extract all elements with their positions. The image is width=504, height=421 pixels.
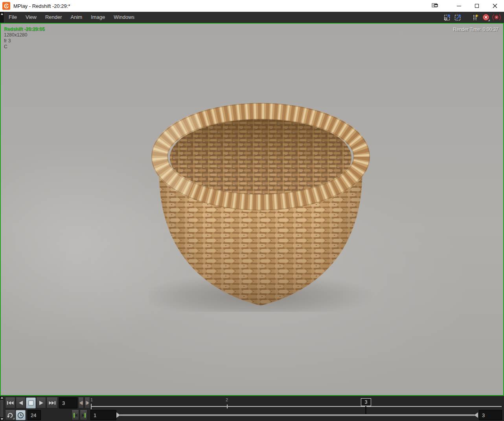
fit-image-to-window-button[interactable]: [454, 13, 462, 22]
range-end-input[interactable]: [479, 410, 502, 420]
current-frame-marker[interactable]: 3: [361, 398, 371, 406]
realtime-playback-button[interactable]: [16, 410, 26, 420]
fit-window-to-image-button[interactable]: [443, 13, 452, 22]
layout-monitor-icon: [432, 3, 439, 9]
current-frame-input[interactable]: [59, 397, 77, 408]
fit-image-to-window-icon: [454, 13, 462, 21]
step-forward-button[interactable]: [85, 397, 90, 408]
close-icon: [493, 4, 497, 8]
pane-splitter-handle[interactable]: [0, 12, 4, 23]
frame-range-slider[interactable]: [116, 410, 478, 420]
step-back-icon: [79, 401, 83, 405]
render-resolution-label: 1280x1280: [4, 32, 44, 38]
step-forward-icon: [86, 401, 89, 405]
scrollbar-thumb[interactable]: [0, 400, 3, 417]
set-range-start-button[interactable]: [72, 410, 79, 420]
houdini-logo-icon: [2, 2, 10, 10]
range-end-handle[interactable]: [474, 412, 478, 418]
stop-icon: [28, 400, 34, 406]
timeline-tick-2: [227, 405, 228, 408]
range-start-input[interactable]: [90, 410, 116, 420]
menu-anim[interactable]: Anim: [66, 12, 87, 23]
play-reverse-icon: [18, 401, 23, 405]
menu-file[interactable]: File: [4, 12, 21, 23]
titlebar[interactable]: MPlay - Redshift -20:29:*: [0, 0, 504, 12]
maximize-icon: [475, 4, 479, 8]
close-button[interactable]: [486, 0, 504, 12]
render-info-overlay: Redshift -20:29:05 1280x1280 fr 3 C: [4, 26, 44, 50]
play-forward-button[interactable]: [36, 397, 46, 408]
fit-window-to-image-icon: [443, 13, 451, 21]
mplay-window: MPlay - Redshift -20:29:* File View Rend…: [0, 0, 504, 421]
stop-button[interactable]: [26, 397, 36, 408]
menu-windows[interactable]: Windows: [109, 12, 139, 23]
range-end-icon: [81, 413, 86, 418]
render-viewport[interactable]: Redshift -20:29:05 1280x1280 fr 3 C Rend…: [0, 23, 504, 396]
menu-view[interactable]: View: [21, 12, 41, 23]
play-forward-icon: [39, 401, 44, 405]
realtime-clock-icon: [17, 412, 24, 419]
new-sequence-icon: [471, 13, 479, 21]
pane-collapse-icon: [1, 13, 3, 15]
playbar: 1 2 3: [0, 396, 504, 421]
play-reverse-button[interactable]: [16, 397, 26, 408]
menu-image[interactable]: Image: [86, 12, 109, 23]
jump-to-start-icon: [7, 401, 14, 405]
close-all-sequences-button[interactable]: [492, 13, 501, 22]
scroll-down-icon: [1, 418, 3, 420]
window-title: MPlay - Redshift -20:29:*: [13, 3, 70, 9]
rendered-basket-image: [148, 100, 373, 312]
maximize-button[interactable]: [468, 0, 486, 12]
close-sequence-dropdown-icon: [488, 19, 490, 21]
menubar: File View Render Anim Image Windows: [0, 12, 504, 23]
minimize-button[interactable]: [450, 0, 468, 12]
render-frame-label: fr 3: [4, 38, 44, 44]
timeline-track[interactable]: [91, 406, 502, 407]
fps-input[interactable]: [28, 410, 41, 420]
close-sequence-button[interactable]: [482, 13, 490, 22]
jump-to-end-button[interactable]: [46, 397, 58, 408]
step-back-button[interactable]: [78, 397, 84, 408]
scroll-up-icon: [1, 397, 3, 399]
close-all-sequences-icon: [492, 13, 501, 21]
playbar-scrollbar[interactable]: [0, 396, 4, 421]
jump-to-start-button[interactable]: [5, 397, 15, 408]
render-time-label: Render Time: 0:00:37: [453, 27, 498, 32]
range-slider-track[interactable]: [120, 414, 475, 416]
jump-to-end-icon: [49, 401, 56, 405]
render-source-label: Redshift -20:29:05: [4, 26, 44, 32]
render-plane-label: C: [4, 44, 44, 50]
range-start-icon: [73, 413, 78, 418]
timeline-tick-1: [91, 404, 92, 409]
timeline-tick-label-2: 2: [226, 397, 228, 402]
loop-mode-button[interactable]: [5, 410, 15, 420]
timeline-tick-label-1: 1: [90, 397, 93, 402]
range-start-handle[interactable]: [116, 412, 120, 418]
menubar-toolbar: [443, 13, 504, 22]
loop-dropdown-icon: [13, 417, 15, 419]
new-sequence-button[interactable]: [471, 13, 480, 22]
set-range-end-button[interactable]: [80, 410, 87, 420]
minimize-icon: [457, 6, 461, 6]
menu-render[interactable]: Render: [41, 12, 66, 23]
